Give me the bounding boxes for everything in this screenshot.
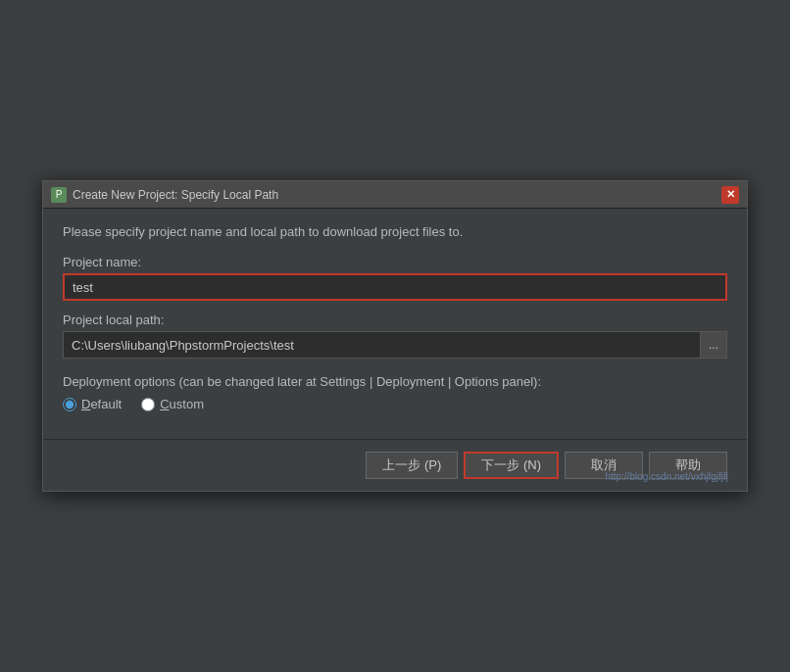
close-button[interactable]: ✕	[721, 186, 739, 204]
project-name-label: Project name:	[63, 255, 727, 269]
project-name-group: Project name:	[63, 255, 727, 301]
project-name-input-wrapper	[63, 273, 727, 301]
button-bar: 上一步 (P) 下一步 (N) 取消 帮助	[43, 439, 747, 491]
radio-group: Default Custom	[63, 397, 727, 411]
next-button[interactable]: 下一步 (N)	[464, 452, 559, 479]
watermark: http://blog.csdn.net/vxhjfgjfjfj	[605, 471, 728, 482]
radio-default[interactable]	[63, 398, 76, 411]
dialog-window: P Create New Project: Specify Local Path…	[42, 180, 748, 492]
project-path-input-wrapper: ...	[63, 331, 727, 359]
browse-button[interactable]: ...	[700, 331, 727, 359]
window-icon: P	[51, 187, 67, 203]
title-bar-left: P Create New Project: Specify Local Path	[51, 187, 278, 203]
project-name-input[interactable]	[63, 273, 727, 301]
description-text: Please specify project name and local pa…	[63, 224, 727, 239]
radio-option-default[interactable]: Default	[63, 397, 122, 411]
deployment-label: Deployment options (can be changed later…	[63, 374, 727, 389]
back-button[interactable]: 上一步 (P)	[366, 452, 458, 479]
radio-custom-label: Custom	[160, 397, 204, 411]
dialog-content: Please specify project name and local pa…	[43, 209, 747, 439]
title-bar: P Create New Project: Specify Local Path…	[43, 181, 747, 209]
deployment-section: Deployment options (can be changed later…	[63, 374, 727, 411]
radio-option-custom[interactable]: Custom	[141, 397, 204, 411]
window-title: Create New Project: Specify Local Path	[73, 188, 278, 202]
project-path-group: Project local path: ...	[63, 312, 727, 359]
radio-custom[interactable]	[141, 398, 155, 411]
project-path-label: Project local path:	[63, 312, 727, 327]
radio-default-label: Default	[81, 397, 122, 411]
project-path-input[interactable]	[63, 331, 700, 359]
